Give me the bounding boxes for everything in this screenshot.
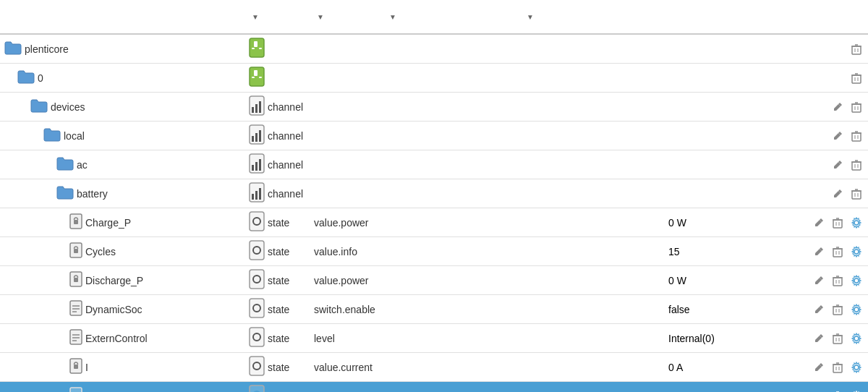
svg-rect-9 (250, 67, 264, 86)
svg-rect-82 (250, 270, 264, 289)
table-row[interactable]: plenticore (0, 35, 868, 64)
edit-button[interactable] (810, 214, 827, 231)
file-lock-icon (69, 358, 82, 376)
gear-button[interactable] (848, 359, 865, 376)
svg-rect-40 (255, 162, 258, 171)
rolle-text: switch.enable (314, 304, 375, 315)
edit-button[interactable] (829, 98, 846, 116)
edit-button[interactable] (810, 388, 827, 393)
typ-cell: state (249, 327, 314, 349)
table-row[interactable]: I statevalue.current0 A (0, 353, 868, 382)
actions-cell (786, 156, 865, 174)
svg-rect-108 (250, 328, 264, 346)
edit-button[interactable] (810, 301, 827, 318)
delete-button[interactable] (848, 98, 865, 116)
delete-button[interactable] (829, 359, 846, 376)
wert-text: Internal(0) (668, 333, 715, 344)
svg-point-116 (854, 336, 859, 341)
delete-button[interactable] (829, 301, 846, 318)
table-row[interactable]: DynamicSoc stateswitch.enablefalse (0, 295, 868, 324)
table-row[interactable]: 0 (0, 64, 868, 93)
edit-button[interactable] (829, 185, 846, 203)
delete-button[interactable] (848, 156, 865, 174)
table-row[interactable]: battery channel (0, 179, 868, 208)
channel-icon (249, 124, 265, 147)
wert-text: 0 W (668, 217, 686, 229)
typ-arrow-icon: ▼ (252, 13, 259, 21)
edit-button[interactable] (810, 330, 827, 347)
table-row[interactable]: ac channel (0, 150, 868, 179)
edit-button[interactable] (810, 243, 827, 260)
delete-button[interactable] (848, 41, 865, 58)
row-id-text: Discharge_P (85, 275, 143, 286)
state-icon (249, 385, 265, 392)
state-icon (249, 240, 265, 263)
rolle-cell: level (314, 333, 386, 344)
id-cell: ExternControl (3, 329, 249, 347)
wert-text: 0 A (668, 362, 683, 373)
rolle-text: value.power (314, 217, 369, 229)
id-cell: DynamicSoc (3, 300, 249, 318)
svg-rect-10 (254, 70, 258, 76)
svg-rect-0 (250, 38, 264, 57)
actions-cell (786, 272, 865, 289)
col-header-rolle[interactable]: ▼ (314, 13, 386, 21)
edit-button[interactable] (810, 359, 827, 376)
state-icon (249, 327, 265, 349)
folder-icon (43, 127, 61, 144)
gear-button[interactable] (848, 272, 865, 289)
gear-button[interactable] (848, 330, 865, 347)
typ-label-text: channel (268, 188, 303, 200)
table-row[interactable]: Discharge_P statevalue.power0 W (0, 266, 868, 295)
delete-button[interactable] (848, 127, 865, 145)
svg-point-90 (854, 278, 859, 283)
edit-button[interactable] (829, 156, 846, 174)
svg-rect-51 (259, 188, 261, 200)
delete-button[interactable] (829, 272, 846, 289)
edit-button[interactable] (829, 127, 846, 145)
table-row[interactable]: local channel (0, 122, 868, 150)
row-id-text: 0 (38, 72, 43, 84)
row-id-text: battery (77, 188, 108, 200)
wert-cell: 15 (668, 246, 786, 257)
wert-cell: 0 A (668, 362, 786, 373)
table-row[interactable]: ExternControl statelevelInternal(0) (0, 324, 868, 353)
table-row[interactable]: Charge_P statevalue.power0 W (0, 208, 868, 237)
row-id-text: ExternControl (85, 333, 148, 344)
row-id-text: I (85, 362, 88, 373)
edit-button[interactable] (810, 272, 827, 289)
col-header-typ[interactable]: ▼ (249, 13, 314, 21)
delete-button[interactable] (829, 214, 846, 231)
rolle-text: value.power (314, 275, 369, 286)
gear-button[interactable] (848, 301, 865, 318)
delete-button[interactable] (848, 185, 865, 203)
channel-icon (249, 95, 265, 118)
rolle-text: level (314, 333, 335, 344)
svg-rect-111 (833, 336, 842, 344)
gear-button[interactable] (848, 214, 865, 231)
id-cell: Charge_P (3, 213, 249, 231)
typ-label-text: state (268, 333, 289, 344)
actions-cell (786, 388, 865, 393)
gear-button[interactable] (848, 388, 865, 393)
id-cell: MinhomeConsumption (3, 387, 249, 392)
delete-button[interactable] (829, 243, 846, 260)
delete-button[interactable] (848, 69, 865, 87)
delete-button[interactable] (829, 388, 846, 393)
svg-rect-2 (252, 48, 255, 49)
id-cell: devices (3, 98, 249, 115)
table-row[interactable]: MinhomeConsumption statelevel10000 W (0, 382, 868, 392)
delete-button[interactable] (829, 330, 846, 347)
svg-rect-95 (250, 299, 264, 318)
svg-point-68 (854, 221, 859, 225)
typ-cell: channel (249, 182, 314, 205)
col-header-raum[interactable]: ▼ (386, 13, 524, 21)
svg-rect-119 (250, 357, 264, 375)
svg-point-127 (854, 365, 859, 370)
table-row[interactable]: Cycles statevalue.info15 (0, 237, 868, 266)
gear-button[interactable] (848, 243, 865, 260)
svg-rect-41 (259, 159, 261, 171)
folder-icon (56, 156, 74, 173)
table-row[interactable]: devices channel (0, 93, 868, 122)
col-header-funktion[interactable]: ▼ (524, 13, 668, 21)
